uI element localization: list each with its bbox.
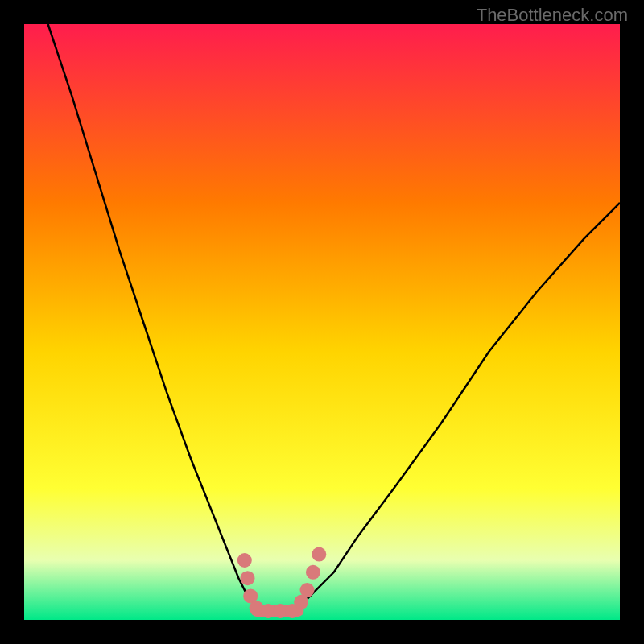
chart-background xyxy=(24,24,620,620)
marker-point xyxy=(237,553,252,568)
marker-point xyxy=(300,583,315,597)
marker-point xyxy=(312,547,326,562)
chart-svg xyxy=(24,24,620,620)
watermark-text: TheBottleneck.com xyxy=(477,5,628,26)
marker-point xyxy=(306,565,320,580)
marker-point xyxy=(241,571,255,585)
chart-plot-area xyxy=(24,24,620,620)
